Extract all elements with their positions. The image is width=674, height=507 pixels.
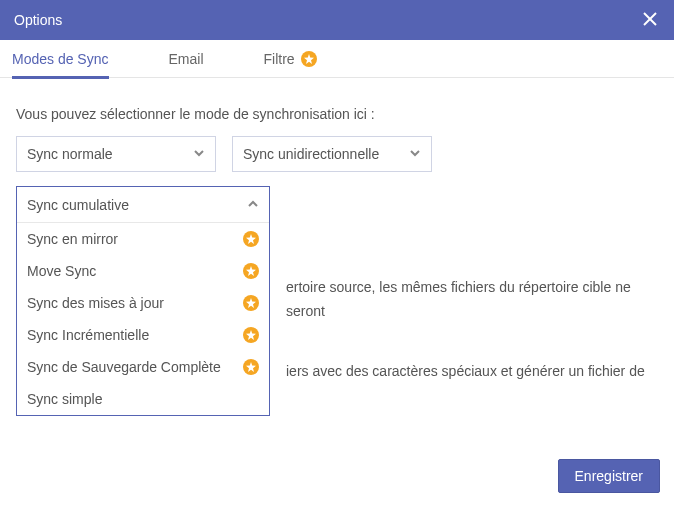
tab-label: Email: [169, 51, 204, 67]
select-value: Sync normale: [27, 146, 113, 162]
star-icon: [243, 231, 259, 247]
dropdown-item[interactable]: Sync de Sauvegarde Complète: [17, 351, 269, 383]
dropdown-item[interactable]: Move Sync: [17, 255, 269, 287]
chevron-up-icon: [247, 197, 259, 213]
dialog-title: Options: [14, 12, 62, 28]
select-value: Sync unidirectionnelle: [243, 146, 379, 162]
dropdown-item-label: Sync Incrémentielle: [27, 327, 149, 343]
svg-marker-4: [246, 266, 256, 276]
svg-marker-6: [246, 330, 256, 340]
tab-sync-modes[interactable]: Modes de Sync: [12, 40, 109, 78]
dropdown-item-label: Move Sync: [27, 263, 96, 279]
sync-mode-left-select[interactable]: Sync normale: [16, 136, 216, 172]
star-icon: [243, 263, 259, 279]
dropdown-item[interactable]: Sync simple: [17, 383, 269, 415]
instruction-text: Vous pouvez sélectionner le mode de sync…: [16, 106, 658, 122]
dropdown-item[interactable]: Sync en mirror: [17, 223, 269, 255]
star-icon: [243, 295, 259, 311]
sync-mode-right-select[interactable]: Sync unidirectionnelle: [232, 136, 432, 172]
chevron-down-icon: [409, 146, 421, 162]
close-icon: [643, 12, 657, 29]
tab-label: Modes de Sync: [12, 51, 109, 67]
dropdown-item-label: Sync des mises à jour: [27, 295, 164, 311]
content-area: Vous pouvez sélectionner le mode de sync…: [0, 78, 674, 206]
dropdown-item-label: Sync en mirror: [27, 231, 118, 247]
svg-marker-7: [246, 362, 256, 372]
dropdown-item[interactable]: Sync Incrémentielle: [17, 319, 269, 351]
tabs-bar: Modes de Sync Email Filtre: [0, 40, 674, 78]
dialog-footer: Enregistrer: [558, 459, 660, 493]
description-text-1: ertoire source, les mêmes fichiers du ré…: [286, 276, 660, 324]
svg-marker-5: [246, 298, 256, 308]
dropdown-item-label: Sync simple: [27, 391, 102, 407]
chevron-down-icon: [193, 146, 205, 162]
dropdown-selected-label: Sync cumulative: [27, 197, 129, 213]
dropdown-selected[interactable]: Sync cumulative: [17, 187, 269, 223]
star-icon: [243, 359, 259, 375]
close-button[interactable]: [640, 10, 660, 30]
star-icon: [243, 327, 259, 343]
selects-row: Sync normale Sync unidirectionnelle: [16, 136, 658, 172]
tab-email[interactable]: Email: [169, 40, 204, 78]
star-icon: [301, 51, 317, 67]
description-text-2: iers avec des caractères spéciaux et gén…: [286, 360, 660, 384]
dropdown-item[interactable]: Sync des mises à jour: [17, 287, 269, 319]
tab-filter[interactable]: Filtre: [264, 40, 317, 78]
svg-marker-2: [304, 54, 314, 64]
dialog-header: Options: [0, 0, 674, 40]
dropdown-item-label: Sync de Sauvegarde Complète: [27, 359, 221, 375]
svg-marker-3: [246, 234, 256, 244]
sync-mode-dropdown: Sync cumulative Sync en mirror Move Sync…: [16, 186, 270, 416]
tab-label: Filtre: [264, 51, 295, 67]
save-button[interactable]: Enregistrer: [558, 459, 660, 493]
